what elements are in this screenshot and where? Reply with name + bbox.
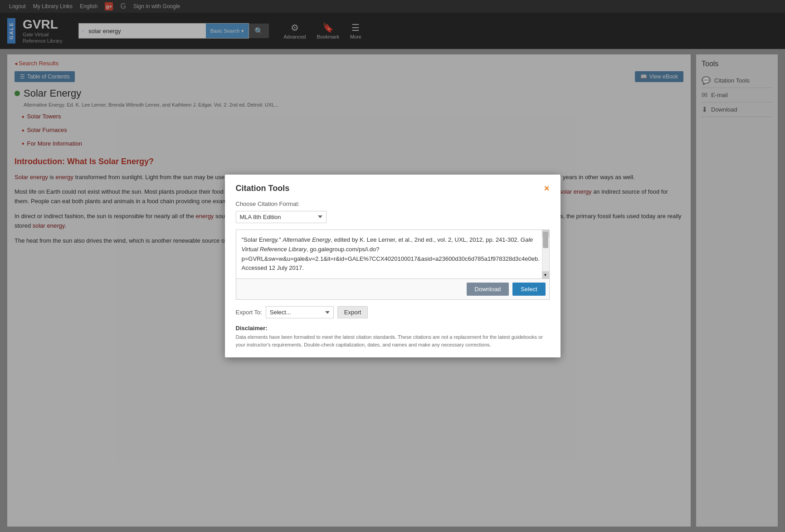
export-label: Export To: — [236, 309, 262, 316]
disclaimer-title: Disclaimer: — [236, 325, 550, 332]
disclaimer-section: Disclaimer: Data elements have been form… — [236, 325, 550, 348]
export-destination-select[interactable]: Select... RefWorks EasyBib EndNote — [266, 306, 334, 318]
modal-title: Citation Tools — [236, 184, 290, 193]
scrollbar-arrow-down[interactable]: ▼ — [542, 271, 549, 278]
scrollbar-track: ▲ ▼ — [542, 230, 549, 278]
download-button[interactable]: Download — [467, 283, 509, 296]
scrollbar-thumb[interactable] — [543, 232, 548, 248]
export-area: Export To: Select... RefWorks EasyBib En… — [236, 306, 550, 318]
citation-actions: Download Select — [236, 279, 550, 300]
citation-text: "Solar Energy." Alternative Energy, edit… — [242, 235, 538, 273]
disclaimer-text: Data elements have been formatted to mee… — [236, 333, 550, 348]
select-button[interactable]: Select — [512, 283, 545, 296]
modal-header: Citation Tools × — [236, 184, 550, 193]
format-label: Choose Citation Format: — [236, 200, 550, 207]
citation-modal: Citation Tools × Choose Citation Format:… — [225, 175, 561, 357]
citation-content: "Solar Energy." Alternative Energy, edit… — [236, 230, 549, 278]
export-button[interactable]: Export — [337, 306, 368, 318]
citation-wrapper: "Solar Energy." Alternative Energy, edit… — [236, 229, 550, 279]
citation-format-select[interactable]: MLA 8th Edition APA Chicago Harvard — [236, 211, 327, 223]
modal-close-button[interactable]: × — [544, 184, 550, 193]
modal-overlay[interactable]: Citation Tools × Choose Citation Format:… — [0, 0, 785, 532]
